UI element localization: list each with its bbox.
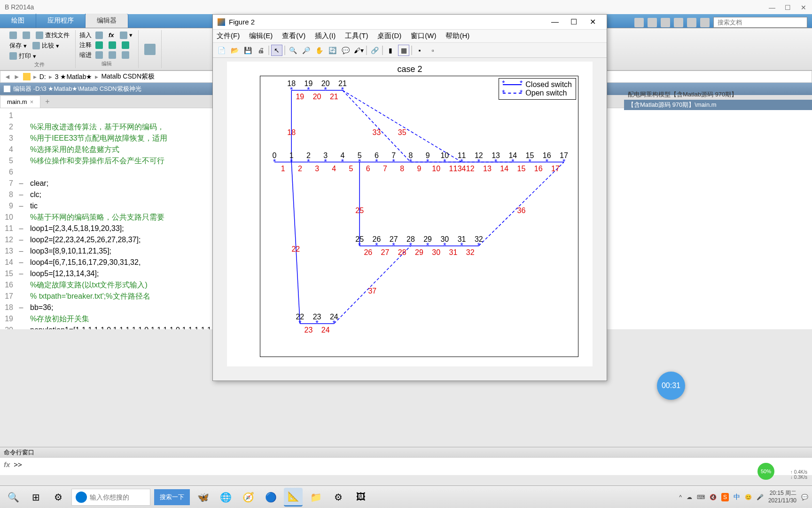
menu-view[interactable]: 查看(V) bbox=[282, 32, 305, 40]
system-tray: ^ ☁ ⌨ 🔇 S 中 😊 🎤 20:15 周二 2021/11/30 💬 bbox=[679, 490, 808, 504]
show-tools-icon[interactable]: ▫ bbox=[427, 45, 438, 56]
new-button[interactable] bbox=[8, 31, 19, 40]
brush-icon[interactable]: 🖌▾ bbox=[353, 45, 364, 56]
outdent-button[interactable] bbox=[107, 50, 118, 60]
menu-window[interactable]: 窗口(W) bbox=[411, 32, 436, 40]
editor-tab-main[interactable]: main.m × bbox=[0, 95, 40, 108]
keyboard-icon[interactable]: ⌨ bbox=[697, 494, 705, 500]
help-icon[interactable] bbox=[700, 18, 710, 27]
legend-icon[interactable]: ▦ bbox=[398, 45, 409, 56]
close-icon[interactable]: ✕ bbox=[801, 4, 807, 10]
taskbar-search[interactable] bbox=[71, 489, 150, 506]
open-fig-icon[interactable]: 📂 bbox=[229, 45, 240, 56]
menu-desktop[interactable]: 桌面(D) bbox=[377, 32, 401, 40]
explorer-icon[interactable]: 📁 bbox=[306, 488, 325, 507]
insert-section-button[interactable] bbox=[94, 31, 105, 40]
obs-icon[interactable]: ⚙ bbox=[49, 488, 68, 507]
new-fig-icon[interactable]: 📄 bbox=[216, 45, 227, 56]
save-button[interactable] bbox=[21, 31, 32, 40]
smart-indent-button[interactable] bbox=[120, 50, 131, 60]
matlab-taskbar-icon[interactable]: 📐 bbox=[284, 488, 303, 507]
hide-tools-icon[interactable]: ▪ bbox=[414, 45, 425, 56]
paste-icon[interactable] bbox=[661, 18, 670, 27]
figure-window[interactable]: Figure 2 — ☐ ✕ 文件(F) 编辑(E) 查看(V) 插入(I) 工… bbox=[212, 14, 607, 381]
comment-button[interactable] bbox=[94, 40, 105, 50]
timer-badge[interactable]: 00:31 bbox=[657, 372, 685, 400]
save-label-button[interactable]: 保存▾ bbox=[8, 40, 29, 51]
path-part[interactable]: Matalb CSDN紫极 bbox=[101, 72, 155, 81]
colorbar-icon[interactable]: ▮ bbox=[385, 45, 396, 56]
percent-badge[interactable]: 50% bbox=[757, 463, 774, 480]
node-label: 3 bbox=[323, 151, 328, 160]
fig-close-icon[interactable]: ✕ bbox=[583, 17, 602, 26]
fig-minimize-icon[interactable]: — bbox=[546, 18, 564, 26]
menu-edit[interactable]: 编辑(E) bbox=[249, 32, 273, 40]
indent-button[interactable] bbox=[94, 50, 105, 60]
undo-icon[interactable] bbox=[674, 18, 683, 27]
taskbar-search-button[interactable]: 搜索一下 bbox=[154, 489, 190, 505]
fwd-icon[interactable]: ► bbox=[14, 73, 20, 80]
path-part[interactable]: 3 ★Matlab★ bbox=[55, 73, 93, 80]
legend[interactable]: Closed switch Open switch bbox=[499, 78, 576, 100]
maximize-icon[interactable]: ☐ bbox=[785, 4, 791, 10]
wrap-comment-button[interactable] bbox=[120, 40, 131, 50]
chrome-icon[interactable]: 🌐 bbox=[216, 488, 235, 507]
tray-up-icon[interactable]: ^ bbox=[679, 494, 682, 500]
menu-help[interactable]: 帮助(H) bbox=[445, 32, 469, 40]
insert-more-button[interactable]: ▾ bbox=[118, 31, 134, 40]
print-fig-icon[interactable]: 🖨 bbox=[255, 45, 266, 56]
tab-close-icon[interactable]: × bbox=[30, 98, 34, 105]
sogou-icon[interactable]: S bbox=[721, 493, 729, 501]
ime-label[interactable]: 中 bbox=[734, 493, 740, 501]
edit-plot-icon[interactable]: ↖ bbox=[271, 45, 282, 56]
menu-tools[interactable]: 工具(T) bbox=[345, 32, 368, 40]
app-icon-1[interactable]: 🦋 bbox=[194, 488, 212, 507]
menu-file[interactable]: 文件(F) bbox=[217, 32, 240, 40]
plot-axes[interactable]: ********************************* Closed… bbox=[260, 76, 578, 357]
uncomment-button[interactable] bbox=[107, 40, 118, 50]
notifications-icon[interactable]: 💬 bbox=[801, 494, 808, 500]
cmd-prompt[interactable]: fx >> bbox=[0, 458, 812, 471]
app-title: B R2014a bbox=[5, 3, 34, 11]
cut-icon[interactable] bbox=[634, 18, 644, 27]
command-window[interactable]: 命令行窗口 fx >> bbox=[0, 447, 812, 475]
add-tab-button[interactable]: + bbox=[40, 95, 54, 108]
insert-fx-button[interactable]: fx bbox=[107, 31, 116, 40]
print-button[interactable]: 打印▾ bbox=[8, 51, 38, 61]
menu-insert[interactable]: 插入(I) bbox=[315, 32, 336, 40]
browser-icon[interactable]: 🔵 bbox=[261, 488, 280, 507]
taskview-icon[interactable]: ⊞ bbox=[26, 488, 45, 507]
start-button[interactable]: 🔍 bbox=[4, 488, 23, 507]
photos-icon[interactable]: 🖼 bbox=[351, 488, 370, 507]
minimize-icon[interactable]: — bbox=[769, 4, 775, 10]
search-docs-input[interactable] bbox=[713, 17, 807, 28]
path-part[interactable]: D: bbox=[39, 73, 46, 80]
compare-button[interactable]: 比较▾ bbox=[31, 40, 61, 51]
redo-icon[interactable] bbox=[687, 18, 696, 27]
copy-icon[interactable] bbox=[648, 18, 657, 27]
onedrive-icon[interactable]: ☁ bbox=[687, 494, 692, 500]
datatip-icon[interactable]: 💬 bbox=[340, 45, 351, 56]
figure-titlebar[interactable]: Figure 2 — ☐ ✕ bbox=[213, 15, 607, 30]
find-files-button[interactable]: 查找文件 bbox=[34, 30, 71, 40]
link-icon[interactable]: 🔗 bbox=[369, 45, 380, 56]
save-fig-icon[interactable]: 💾 bbox=[242, 45, 253, 56]
volume-icon[interactable]: 🔇 bbox=[710, 494, 717, 500]
tab-editor[interactable]: 编辑器 bbox=[86, 14, 128, 28]
pan-icon[interactable]: ✋ bbox=[313, 45, 325, 56]
mic-icon[interactable]: 🎤 bbox=[757, 494, 764, 500]
emoji-icon[interactable]: 😊 bbox=[745, 494, 752, 500]
edge-icon[interactable]: 🧭 bbox=[239, 488, 258, 507]
zoom-in-icon[interactable]: 🔍 bbox=[287, 45, 298, 56]
tab-apps[interactable]: 应用程序 bbox=[36, 14, 86, 28]
settings-icon[interactable]: ⚙ bbox=[329, 488, 348, 507]
fig-maximize-icon[interactable]: ☐ bbox=[564, 17, 583, 26]
breakpoint-column[interactable]: –––––––––– bbox=[16, 108, 26, 329]
back-icon[interactable]: ◄ bbox=[4, 73, 11, 80]
clock[interactable]: 20:15 周二 2021/11/30 bbox=[768, 490, 796, 504]
goto-button[interactable] bbox=[142, 43, 157, 56]
tab-plot[interactable]: 绘图 bbox=[0, 14, 36, 28]
taskbar-search-input[interactable] bbox=[90, 493, 146, 501]
rotate-icon[interactable]: 🔄 bbox=[327, 45, 338, 56]
zoom-out-icon[interactable]: 🔎 bbox=[300, 45, 312, 56]
